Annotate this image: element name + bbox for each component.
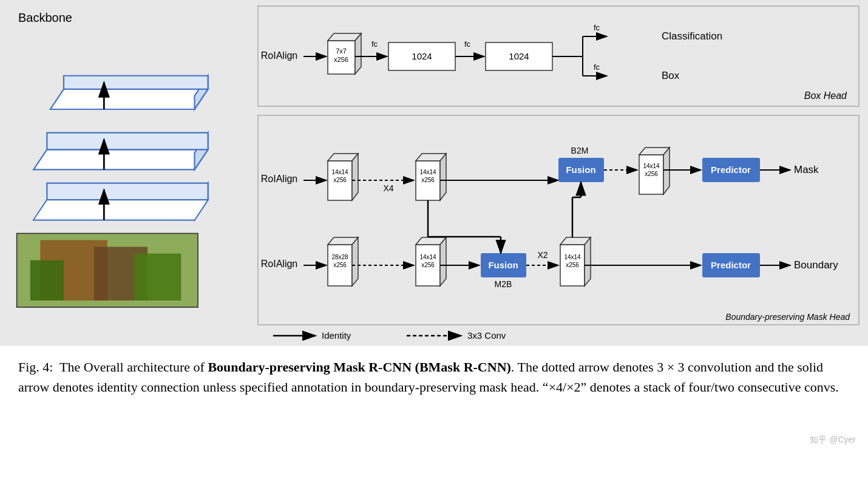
svg-marker-56 bbox=[440, 154, 446, 200]
svg-marker-93 bbox=[585, 237, 591, 286]
svg-marker-80 bbox=[440, 237, 446, 286]
svg-text:Fusion: Fusion bbox=[566, 165, 595, 175]
svg-text:x256: x256 bbox=[645, 171, 658, 177]
svg-text:28x28: 28x28 bbox=[331, 254, 348, 260]
svg-text:x256: x256 bbox=[421, 177, 435, 183]
svg-marker-8 bbox=[33, 200, 208, 220]
identity-legend-label: Identity bbox=[322, 330, 351, 341]
network-section: RoIAlign 7x7 x256 fc 1024 fc 1024 bbox=[255, 0, 868, 346]
svg-marker-65 bbox=[663, 148, 670, 194]
svg-text:x256: x256 bbox=[566, 262, 579, 268]
svg-marker-10 bbox=[33, 149, 208, 169]
diagram-area: Backbone bbox=[0, 0, 868, 346]
svg-text:x256: x256 bbox=[333, 177, 347, 183]
svg-marker-12 bbox=[47, 133, 208, 150]
backbone-section: Backbone bbox=[0, 0, 255, 346]
svg-text:Predictor: Predictor bbox=[711, 165, 751, 175]
mask-output-label: Mask bbox=[794, 164, 819, 175]
svg-text:14x14: 14x14 bbox=[331, 169, 348, 175]
svg-text:fc: fc bbox=[464, 39, 471, 49]
roialign-box-label: RoIAlign bbox=[261, 50, 297, 61]
svg-text:X4: X4 bbox=[383, 183, 393, 193]
conv-legend-label: 3x3 Conv bbox=[467, 330, 506, 341]
svg-text:7x7: 7x7 bbox=[336, 47, 347, 55]
svg-text:14x14: 14x14 bbox=[419, 254, 436, 260]
svg-text:Predictor: Predictor bbox=[711, 260, 751, 270]
svg-text:14x14: 14x14 bbox=[643, 163, 660, 169]
svg-text:X2: X2 bbox=[537, 250, 548, 260]
svg-marker-9 bbox=[47, 183, 208, 200]
svg-text:M2B: M2B bbox=[495, 279, 512, 289]
svg-text:x256: x256 bbox=[334, 56, 348, 63]
svg-text:1024: 1024 bbox=[412, 51, 432, 61]
svg-text:14x14: 14x14 bbox=[564, 254, 581, 260]
svg-marker-13 bbox=[50, 89, 208, 109]
svg-text:fc: fc bbox=[371, 39, 378, 49]
svg-rect-4 bbox=[30, 260, 64, 300]
roialign-boundary-label: RoIAlign bbox=[261, 259, 297, 269]
watermark: 知乎 @Cyer bbox=[810, 435, 856, 446]
caption-text: Fig. 4: The Overall architecture of Boun… bbox=[18, 357, 850, 397]
box-head-label: Box Head bbox=[804, 90, 847, 101]
network-svg: RoIAlign 7x7 x256 fc 1024 fc 1024 bbox=[255, 0, 868, 346]
mask-head-label: Boundary-preserving Mask Head bbox=[725, 312, 850, 322]
svg-text:14x14: 14x14 bbox=[419, 169, 436, 175]
svg-marker-28 bbox=[355, 33, 361, 74]
svg-marker-15 bbox=[64, 76, 208, 89]
svg-text:x256: x256 bbox=[421, 262, 435, 268]
svg-marker-74 bbox=[352, 237, 358, 286]
svg-text:fc: fc bbox=[594, 23, 600, 32]
classification-label: Classification bbox=[662, 30, 722, 42]
caption-area: Fig. 4: The Overall architecture of Boun… bbox=[0, 346, 868, 403]
roialign-mask-label: RoIAlign bbox=[261, 174, 297, 184]
svg-text:x256: x256 bbox=[333, 262, 347, 268]
svg-marker-49 bbox=[352, 154, 358, 200]
svg-rect-45 bbox=[258, 115, 859, 325]
svg-text:fc: fc bbox=[594, 63, 600, 72]
svg-rect-5 bbox=[134, 254, 181, 300]
box-label: Box bbox=[662, 70, 680, 81]
svg-text:1024: 1024 bbox=[509, 51, 529, 61]
svg-text:Fusion: Fusion bbox=[488, 260, 518, 270]
svg-text:B2M: B2M bbox=[571, 146, 589, 155]
boundary-output-label: Boundary bbox=[794, 259, 838, 271]
backbone-svg bbox=[0, 0, 255, 346]
